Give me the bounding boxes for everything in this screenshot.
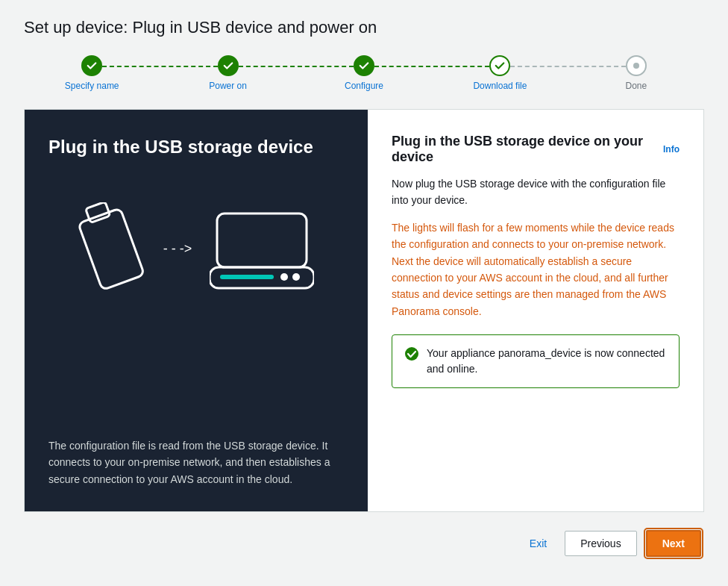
step-label-configure: Configure [345,81,383,91]
svg-rect-4 [220,275,274,279]
stepper: Specify name Power on Configure Download… [24,55,704,91]
step-label-download-file: Download file [473,81,527,91]
right-panel-paragraph1: Now plug the USB storage device with the… [392,175,680,209]
inactive-dot [633,63,639,69]
device-svg [210,210,314,292]
next-button[interactable]: Next [646,530,701,557]
svg-point-7 [405,347,418,361]
svg-point-5 [280,273,288,281]
right-panel-title: Plug in the USB storage device on your d… [392,134,659,165]
check-icon [495,60,505,71]
check-icon [223,60,233,71]
connector-1 [102,66,217,67]
check-icon [87,60,97,71]
footer: Exit Previous Next [24,530,704,557]
main-content: Plug in the USB storage device - - -> [24,109,704,512]
dashed-arrow: - - -> [163,241,192,257]
step-specify-name: Specify name [24,55,160,91]
step-power-on: Power on [160,55,295,91]
step-label-done: Done [625,81,647,91]
success-box: Your appliance panorama_device is now co… [392,334,680,388]
success-check-icon [404,346,419,365]
check-icon [359,60,369,71]
usb-drive-graphic [78,202,145,302]
right-panel: Plug in the USB storage device on your d… [368,110,703,511]
step-circle-specify-name [81,55,102,76]
left-panel-heading: Plug in the USB storage device [48,137,344,158]
step-circle-configure [354,55,374,76]
exit-button[interactable]: Exit [521,532,556,555]
info-link[interactable]: Info [663,144,680,155]
step-download-file: Download file [432,55,568,91]
step-configure: Configure [296,55,432,91]
svg-rect-0 [78,208,145,290]
right-panel-title-container: Plug in the USB storage device on your d… [392,134,680,165]
step-label-power-on: Power on [209,81,247,91]
connector-3 [374,66,489,67]
left-panel-description: The configuration file is read from the … [48,437,344,487]
left-panel: Plug in the USB storage device - - -> [25,110,368,511]
page-title: Set up device: Plug in USB device and po… [24,18,704,37]
step-done: Done [568,55,704,91]
svg-rect-2 [217,213,307,267]
step-circle-download-file [489,55,510,76]
previous-button[interactable]: Previous [565,531,636,556]
device-graphic [210,210,314,295]
usb-illustration: - - -> [48,202,344,302]
step-label-specify-name: Specify name [65,81,119,91]
success-message: Your appliance panorama_device is now co… [427,346,667,377]
usb-drive-svg [78,202,145,299]
svg-point-6 [292,273,300,281]
connector-2 [239,66,354,67]
step-circle-done [626,55,647,76]
connector-4 [510,66,625,67]
right-panel-paragraph2: The lights will flash for a few moments … [392,219,680,320]
step-circle-power-on [218,55,239,76]
